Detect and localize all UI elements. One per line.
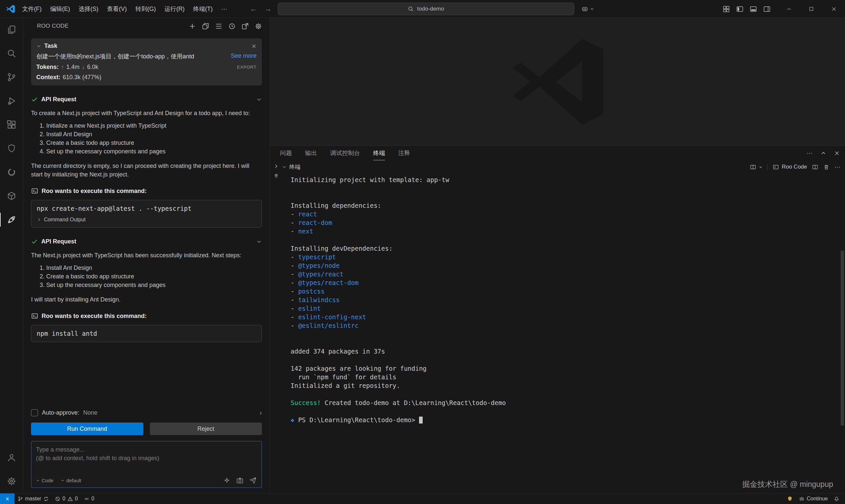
split-terminal-icon[interactable] [812,164,818,170]
gold-badge-item[interactable] [784,493,796,504]
extensions-icon[interactable] [0,113,23,137]
shield-icon[interactable] [0,137,23,160]
auto-approve-row[interactable]: Auto-approve: None › [31,406,262,419]
chat-scroll-area[interactable]: Task 创建一个使用ts的next.js项目，创建一个todo-app，使用a… [23,34,270,406]
export-button[interactable]: EXPORT [237,65,257,70]
menubar: 文件(F)编辑(E)选择(S)查看(V)转到(G)运行(R)终端(T)··· [18,3,231,15]
continue-item[interactable]: Continue [796,493,831,504]
chat-paragraph: The current directory is empty, so I can… [31,162,262,179]
panel-gutter [270,160,282,493]
chevron-down-icon [36,479,40,482]
close-button[interactable] [823,0,845,18]
arrow-down-icon: ↓ [82,64,85,71]
panel-tab[interactable]: 注释 [398,146,410,160]
message-input[interactable]: Type a message... (@ to add context, hol… [31,441,262,488]
new-task-icon[interactable] [188,22,196,30]
panel-tab[interactable]: 终端 [373,146,385,160]
toggle-panel-icon[interactable] [749,5,758,13]
panel-tab[interactable]: 问题 [280,146,292,160]
continue-label: Continue [807,496,828,502]
customize-layout-icon[interactable] [722,5,730,13]
menu-item[interactable]: ··· [217,3,231,15]
git-branch-item[interactable]: master [15,493,52,504]
reject-button[interactable]: Reject [150,422,262,435]
api-request-row[interactable]: API Request [31,96,262,103]
panel-tab[interactable]: 输出 [305,146,317,160]
api-request-label: API Request [41,238,253,245]
kill-terminal-icon[interactable] [823,164,829,170]
run-command-button[interactable]: Run Command [31,422,143,435]
run-and-debug-icon[interactable] [0,89,23,113]
list-icon[interactable] [214,22,223,30]
rocket-icon[interactable] [0,208,23,232]
ring-icon[interactable] [0,160,23,184]
source-control-icon[interactable] [0,65,23,89]
chevron-down-icon[interactable] [282,165,287,169]
terminal-line [291,235,845,244]
cube-icon[interactable] [0,184,23,208]
copilot-button[interactable] [581,3,594,15]
explorer-icon[interactable] [0,18,23,41]
camera-icon[interactable] [236,476,244,484]
search-icon[interactable] [0,41,23,65]
activity-bar [0,18,23,493]
panel-tab[interactable]: 调试控制台 [330,146,360,160]
terminal-layout-picker[interactable] [750,164,762,170]
open-in-editor-icon[interactable] [241,22,249,30]
maximize-button[interactable] [800,0,823,18]
menu-item[interactable]: 终端(T) [189,3,217,15]
see-more-link[interactable]: See more [231,52,257,60]
auto-approve-checkbox[interactable] [31,409,38,416]
remote-indicator[interactable] [0,493,15,504]
branch-icon [17,496,23,502]
gear-icon[interactable] [254,22,262,30]
ports-item[interactable]: 0 [81,493,98,504]
terminal-view: 终端 Roo Code [282,160,845,493]
profile-select[interactable]: default [61,478,81,483]
menu-item[interactable]: 转到(G) [131,3,160,15]
terminal-tab-roo-code[interactable]: Roo Code [773,164,807,170]
close-task-icon[interactable] [251,43,257,49]
menu-item[interactable]: 选择(S) [74,3,103,15]
mode-select[interactable]: Code [36,478,53,483]
settings-gear-icon[interactable] [0,469,23,493]
chevron-down-icon[interactable] [256,97,262,102]
chevron-down-icon[interactable] [36,43,41,49]
command-center-search[interactable]: todo-demo [278,3,574,15]
maximize-panel-icon[interactable] [821,150,826,156]
menu-item[interactable]: 查看(V) [103,3,131,15]
account-icon[interactable] [0,446,23,469]
copy-icon[interactable] [202,22,210,30]
back-icon[interactable]: ← [247,0,260,18]
vscode-logo-icon [6,4,15,14]
chevron-right-icon[interactable]: › [260,409,262,417]
sparkle-icon[interactable] [223,477,230,484]
auto-approve-label: Auto-approve: [42,409,79,416]
terminal-line: - @types/node [291,261,845,270]
api-request-row[interactable]: API Request [31,238,262,245]
toggle-sidebar-left-icon[interactable] [736,5,744,13]
notifications-item[interactable] [831,493,842,504]
more-actions-icon[interactable]: ··· [834,164,840,170]
panel-tab-bar: 问题输出调试控制台终端注释 [270,146,845,160]
menu-item[interactable]: 运行(R) [160,3,189,15]
toggle-sidebar-right-icon[interactable] [763,5,771,13]
terminal-line: Installing dependencies: [291,201,845,210]
chevron-down-icon[interactable] [256,239,262,245]
close-panel-icon[interactable] [834,150,840,156]
menu-item[interactable]: 编辑(E) [46,3,74,15]
terminal-output[interactable]: Initializing project with template: app-… [282,174,845,424]
pin-icon[interactable] [273,174,279,179]
more-actions-icon[interactable]: ··· [807,150,813,157]
list-item: Initialize a new Next.js project with Ty… [46,121,262,130]
forward-icon[interactable]: → [261,0,275,18]
history-icon[interactable] [228,22,236,30]
menu-item[interactable]: 文件(F) [18,3,46,15]
chevron-right-icon[interactable] [273,164,279,169]
command-output-row[interactable]: Command Output [37,217,256,223]
minimize-button[interactable] [778,0,800,18]
problems-item[interactable]: 0 0 [52,493,81,504]
command-output-label: Command Output [44,217,86,223]
terminal-scrollbar[interactable] [841,251,844,426]
send-icon[interactable] [249,476,257,484]
